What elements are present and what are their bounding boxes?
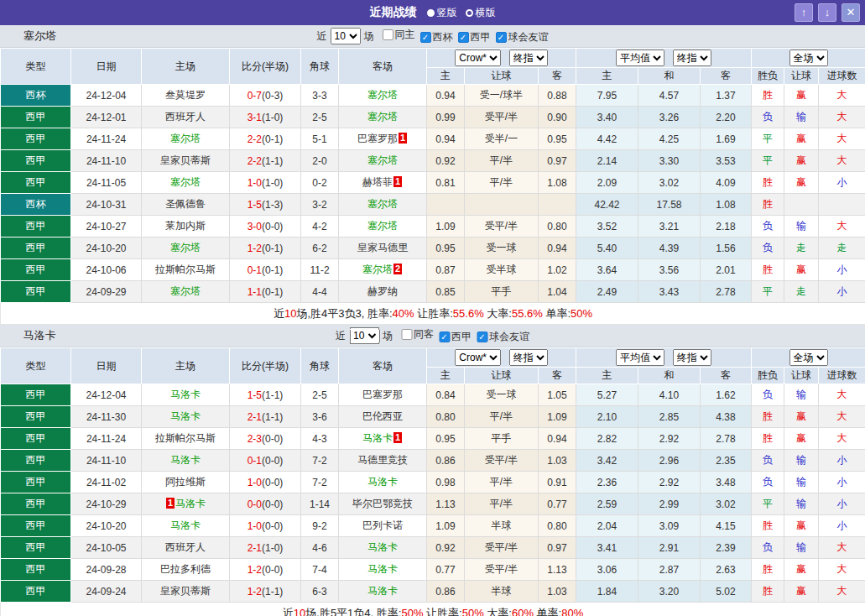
match-type-cell: 西甲 bbox=[1, 428, 71, 450]
match-count-select[interactable]: 10 bbox=[331, 28, 361, 44]
corners-cell: 7-2 bbox=[301, 450, 339, 472]
handicap-cell: 平/半 bbox=[465, 172, 539, 194]
handicap-cell: 平/半 bbox=[465, 406, 539, 428]
date-cell: 24-11-24 bbox=[71, 428, 142, 450]
full-time-score: 1-0 bbox=[248, 477, 262, 488]
match-count-select[interactable]: 10 bbox=[349, 327, 379, 344]
score-cell: 1-1(0-1) bbox=[230, 281, 301, 303]
euro-final-odds-select[interactable]: 终指 bbox=[673, 50, 711, 66]
filter-checkbox[interactable]: ✓西甲 bbox=[439, 330, 472, 344]
col-header-corners: 角球 bbox=[301, 49, 339, 85]
summary-value: 50% bbox=[571, 307, 592, 320]
score-cell: 0-1(0-1) bbox=[230, 259, 301, 281]
outcome-result-cell: 胜 bbox=[752, 194, 784, 216]
team-name-label: 塞尔塔 bbox=[0, 29, 56, 44]
asia-away-odds-cell: 1.13 bbox=[539, 559, 576, 581]
col-header-handicap-result: 让球 bbox=[784, 368, 819, 384]
move-up-button[interactable]: ↑ bbox=[795, 3, 813, 22]
home-team-cell: 叁莫堤罗 bbox=[142, 85, 230, 107]
asia-away-odds-cell: 0.90 bbox=[539, 107, 576, 128]
away-team-cell: 马洛卡 bbox=[339, 537, 427, 559]
euro-draw-odds-cell: 2.92 bbox=[638, 472, 701, 493]
euro-home-odds-cell: 42.42 bbox=[576, 194, 638, 216]
half-time-score: (1-3) bbox=[262, 199, 283, 211]
col-header-home: 主场 bbox=[142, 49, 230, 85]
score-cell: 2-1(1-0) bbox=[230, 537, 301, 559]
scope-select[interactable]: 全场 bbox=[789, 50, 828, 66]
asia-home-odds-cell: 0.98 bbox=[427, 472, 465, 493]
filter-checkbox[interactable]: ✓球会友谊 bbox=[496, 30, 549, 44]
outcome-result-cell: 负 bbox=[752, 238, 784, 259]
move-down-button[interactable]: ↓ bbox=[818, 3, 836, 22]
score-cell: 2-2(0-1) bbox=[230, 128, 301, 150]
summary-row: 近10场,胜5平1负4, 胜率:50% 让胜率:50% 大率:60% 单率:80… bbox=[1, 603, 865, 616]
filter-checkbox[interactable]: ✓西甲 bbox=[458, 30, 491, 44]
match-row: 西甲24-10-20马洛卡1-0(0-0)9-2巴列卡诺1.09半球0.802.… bbox=[1, 515, 865, 537]
handicap-result-cell: 赢 bbox=[784, 559, 819, 581]
red-card-badge: 1 bbox=[393, 432, 402, 443]
euro-home-odds-cell: 3.52 bbox=[576, 216, 638, 238]
asia-home-odds-cell: 0.84 bbox=[427, 384, 465, 406]
away-team-cell: 巴塞罗那 bbox=[339, 384, 427, 406]
near-label: 近 bbox=[336, 329, 346, 343]
col-header-handicap-result: 让球 bbox=[784, 68, 819, 85]
score-cell: 3-1(1-0) bbox=[230, 107, 301, 128]
asia-away-odds-cell: 1.03 bbox=[539, 581, 576, 603]
match-type-cell: 西甲 bbox=[1, 150, 71, 172]
scope-select[interactable]: 全场 bbox=[789, 349, 828, 366]
outcome-result-cell: 平 bbox=[752, 150, 784, 172]
euro-final-odds-select[interactable]: 终指 bbox=[673, 349, 711, 366]
handicap-cell: 受平/半 bbox=[465, 537, 539, 559]
filter-checkbox[interactable]: 同主 bbox=[383, 28, 415, 42]
asia-final-odds-select[interactable]: 终指 bbox=[509, 349, 548, 366]
asia-final-odds-select[interactable]: 终指 bbox=[509, 50, 548, 66]
outcome-result-cell: 胜 bbox=[752, 406, 784, 428]
handicap-cell: 半球 bbox=[465, 581, 539, 603]
col-header-score: 比分(半场) bbox=[230, 49, 301, 85]
full-time-score: 1-2 bbox=[248, 243, 262, 254]
asia-home-odds-cell: 0.86 bbox=[427, 450, 465, 472]
asia-away-odds-cell: 1.03 bbox=[539, 450, 576, 472]
asia-home-odds-cell: 0.92 bbox=[427, 537, 465, 559]
filter-checkbox[interactable]: 同客 bbox=[401, 327, 434, 342]
corners-cell: 4-3 bbox=[301, 428, 339, 450]
bookmaker-select[interactable]: Crow* bbox=[455, 50, 501, 66]
full-time-score: 1-2 bbox=[248, 564, 262, 576]
euro-away-odds-cell: 2.78 bbox=[701, 428, 752, 450]
red-card-badge: 1 bbox=[166, 498, 175, 509]
team-name: 阿拉维斯 bbox=[165, 476, 206, 488]
euro-average-select[interactable]: 平均值 bbox=[616, 50, 664, 66]
euro-away-odds-cell: 4.38 bbox=[701, 406, 752, 428]
layout-radio-selected[interactable]: 竖版 bbox=[427, 6, 457, 20]
match-type-cell: 西甲 bbox=[1, 259, 71, 281]
date-cell: 24-10-20 bbox=[71, 515, 142, 537]
outcome-result-cell: 胜 bbox=[752, 581, 784, 603]
close-button[interactable]: ✕ bbox=[842, 3, 860, 22]
outcome-result-cell: 胜 bbox=[752, 172, 784, 194]
goals-result-cell: 大 bbox=[819, 428, 865, 450]
outcome-result-cell: 平 bbox=[752, 493, 784, 515]
filter-checkbox[interactable]: ✓球会友谊 bbox=[477, 330, 529, 344]
red-card-badge: 1 bbox=[399, 133, 407, 144]
col-header-goals-result: 进球数 bbox=[819, 368, 865, 384]
euro-draw-odds-cell: 3.20 bbox=[638, 581, 701, 603]
full-time-score: 0-1 bbox=[248, 264, 262, 276]
team-name: 莱加内斯 bbox=[165, 220, 206, 232]
layout-radio-option[interactable]: 横版 bbox=[466, 6, 496, 20]
date-cell: 24-09-29 bbox=[71, 281, 142, 303]
goals-result-cell: 大 bbox=[819, 150, 865, 172]
summary-value: 80% bbox=[561, 607, 583, 616]
bookmaker-select[interactable]: Crow* bbox=[455, 349, 501, 366]
euro-away-odds-cell: 5.02 bbox=[701, 581, 752, 603]
corners-cell: 2-0 bbox=[301, 150, 339, 172]
asia-home-odds-cell: 0.99 bbox=[427, 107, 465, 128]
summary-value: 50% bbox=[462, 607, 484, 616]
euro-away-odds-cell: 3.02 bbox=[701, 493, 752, 515]
euro-draw-odds-cell: 17.58 bbox=[638, 194, 701, 216]
match-row: 西甲24-11-05塞尔塔1-0(1-0)0-2赫塔菲10.81平/半1.082… bbox=[1, 172, 865, 194]
team-name: 塞尔塔 bbox=[367, 111, 398, 123]
score-cell: 2-1(1-1) bbox=[230, 406, 301, 428]
euro-average-select[interactable]: 平均值 bbox=[616, 349, 664, 366]
filter-checkbox[interactable]: ✓西杯 bbox=[420, 30, 453, 44]
team-name: 马洛卡 bbox=[170, 519, 201, 531]
